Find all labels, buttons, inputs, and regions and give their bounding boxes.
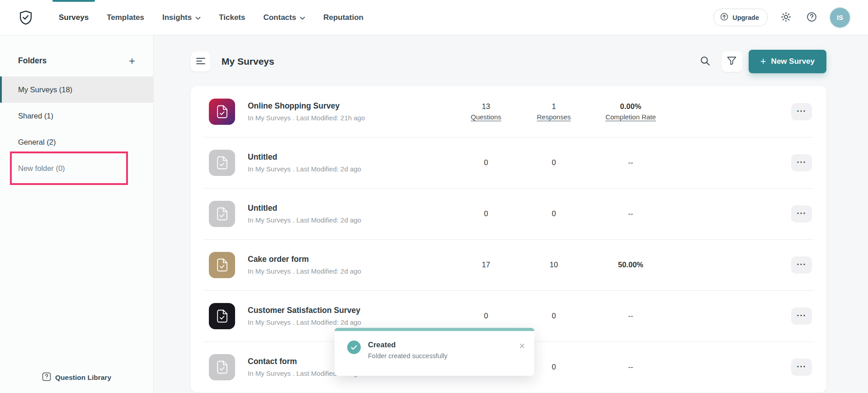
questions-count: 13 [482,102,490,111]
completion-rate: -- [628,158,633,167]
survey-doc-icon [209,99,235,125]
folder-label: General (2) [18,138,56,147]
ellipsis-icon: ··· [797,311,807,321]
page-title: My Surveys [222,56,274,67]
folders-sidebar: Folders + My Surveys (18) Shared (1) Gen… [0,35,154,393]
nav-right-actions: Upgrade IS [713,8,850,28]
search-button[interactable] [695,52,715,71]
question-library-button[interactable]: Question Library [0,368,153,388]
close-icon: ✕ [519,342,525,350]
survey-row[interactable]: Untitled In My Surveys . Last Modified: … [191,137,826,188]
questions-count: 17 [482,260,490,269]
survey-row[interactable]: Cake order form In My Surveys . Last Mod… [191,239,826,290]
filter-funnel-icon [727,57,736,66]
survey-doc-icon [209,150,235,176]
nav-item-insights[interactable]: Insights [162,0,201,35]
row-menu-button[interactable]: ··· [791,205,812,223]
completion-stat: -- [588,158,674,167]
main-nav: Surveys Templates Insights Tickets Conta… [59,0,363,35]
help-button[interactable] [804,9,819,26]
question-library-label: Question Library [55,374,111,382]
survey-title[interactable]: Untitled [248,152,452,162]
questions-stat: 0 [452,209,520,218]
folder-label: My Surveys (18) [18,85,72,94]
toast-progress-bar [335,328,534,331]
questions-link[interactable]: Questions [471,113,501,121]
completion-rate: 50.00% [618,260,643,269]
responses-count: 1 [552,102,556,111]
completion-stat: 50.00% [588,260,674,269]
upgrade-button[interactable]: Upgrade [713,9,768,26]
toast-close-button[interactable]: ✕ [519,342,525,350]
responses-stat: 1 Responses [520,102,588,121]
sidebar-item-shared[interactable]: Shared (1) [0,103,153,129]
new-survey-button[interactable]: + New Survey [749,50,826,73]
row-menu-button[interactable]: ··· [791,103,812,120]
nav-label: Tickets [219,13,245,22]
ellipsis-icon: ··· [797,260,807,270]
sidebar-item-new-folder[interactable]: New folder (0) [0,155,153,181]
responses-count: 10 [550,260,558,269]
survey-doc-icon [209,252,235,278]
add-folder-button[interactable]: + [129,57,135,66]
survey-row[interactable]: Untitled In My Surveys . Last Modified: … [191,188,826,239]
nav-item-tickets[interactable]: Tickets [219,0,245,35]
sidebar-item-my-surveys[interactable]: My Surveys (18) [0,76,153,103]
toast-notification: Created Folder created successfully ✕ [335,328,534,376]
completion-rate: -- [628,209,633,218]
completion-rate: 0.00% [620,102,642,111]
new-survey-label: New Survey [771,57,815,66]
row-menu-button[interactable]: ··· [791,359,812,376]
survey-doc-icon [209,201,235,227]
survey-title[interactable]: Online Shopping Survey [248,101,452,111]
folder-label: New folder (0) [18,164,65,173]
nav-item-surveys[interactable]: Surveys [59,0,89,35]
filter-button[interactable] [722,51,742,72]
ellipsis-icon: ··· [797,158,807,167]
questions-count: 0 [484,209,488,218]
row-menu-button[interactable]: ··· [791,154,812,171]
questions-stat: 0 [452,158,520,167]
survey-title[interactable]: Customer Satisfaction Survey [248,306,452,315]
completion-rate-link[interactable]: Completion Rate [605,113,656,121]
survey-meta: In My Surveys . Last Modified: 2d ago [248,216,452,224]
survey-title[interactable]: Cake order form [248,255,452,264]
questions-stat: 0 [452,312,520,320]
questions-count: 0 [484,158,488,167]
completion-stat: -- [588,209,674,218]
completion-stat: 0.00% Completion Rate [588,102,674,121]
toast-title: Created [368,341,448,349]
completion-stat: -- [588,363,674,371]
success-check-icon [347,341,361,354]
plus-icon: + [129,55,135,67]
questions-count: 0 [484,312,488,320]
row-menu-button[interactable]: ··· [791,256,812,274]
top-navigation: Surveys Templates Insights Tickets Conta… [0,0,868,35]
nav-label: Insights [162,13,192,22]
upgrade-badge-icon [720,13,728,22]
upgrade-label: Upgrade [732,14,759,21]
nav-item-templates[interactable]: Templates [107,0,144,35]
ellipsis-icon: ··· [797,209,807,218]
survey-title[interactable]: Untitled [248,204,452,213]
responses-stat: 0 [520,158,588,167]
nav-item-contacts[interactable]: Contacts [263,0,305,35]
responses-stat: 0 [520,312,588,320]
settings-button[interactable] [778,9,793,26]
nav-label: Reputation [323,13,363,22]
nav-item-reputation[interactable]: Reputation [323,0,363,35]
completion-rate: -- [628,312,633,320]
nav-label: Surveys [59,13,89,22]
responses-count: 0 [552,209,556,218]
survey-meta: In My Surveys . Last Modified: 2d ago [248,267,452,275]
user-avatar[interactable]: IS [830,8,850,28]
sidebar-item-general[interactable]: General (2) [0,129,153,155]
search-icon [700,56,710,67]
survey-row[interactable]: Online Shopping Survey In My Surveys . L… [191,86,826,137]
responses-link[interactable]: Responses [537,113,571,121]
sidebar-toggle-button[interactable] [191,52,211,71]
app-logo-shield-icon[interactable] [18,9,33,26]
row-menu-button[interactable]: ··· [791,308,812,325]
survey-meta: In My Surveys . Last Modified: 21h ago [248,114,452,122]
responses-stat: 10 [520,260,588,269]
